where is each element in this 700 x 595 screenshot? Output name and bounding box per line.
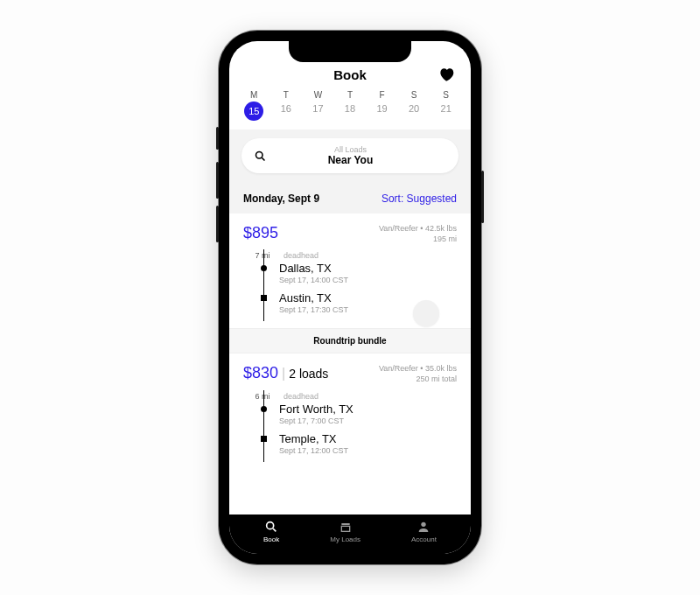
load-list[interactable]: $895 Van/Reefer • 42.5k lbs 195 mi 7 mi … <box>229 214 471 514</box>
load-price: $895 <box>243 224 278 242</box>
deadhead-row: 6 mi deadhead <box>248 392 457 401</box>
side-button <box>216 206 219 242</box>
deadhead-label: deadhead <box>284 251 318 260</box>
route-stop: Dallas, TX Sept 17, 14:00 CST <box>261 262 457 284</box>
day-number: 20 <box>403 103 424 114</box>
deadhead-distance: 7 mi <box>248 251 276 260</box>
day-number: 16 <box>276 103 297 114</box>
calendar-day[interactable]: S21 <box>436 90 457 121</box>
search-icon <box>254 150 267 163</box>
route: Fort Worth, TX Sept 17, 7:00 CST Temple,… <box>261 402 457 455</box>
calendar-day[interactable]: T18 <box>340 90 360 121</box>
stop-marker-icon <box>261 265 267 271</box>
side-button <box>216 162 219 199</box>
calendar-day[interactable]: S20 <box>403 90 424 121</box>
load-price-group: $830|2 loads <box>243 364 328 382</box>
stop-time: Sept 17, 12:00 CST <box>279 446 348 455</box>
search-main: Near You <box>276 154 425 166</box>
stop-marker-icon <box>261 295 267 301</box>
svg-point-2 <box>267 522 274 529</box>
svg-rect-5 <box>341 526 349 531</box>
day-number: 15 <box>244 102 263 121</box>
day-letter: T <box>340 90 360 100</box>
stop-city: Temple, TX <box>279 432 348 445</box>
search-icon <box>264 520 278 534</box>
route-stop: Temple, TX Sept 17, 12:00 CST <box>261 432 457 455</box>
box-icon <box>339 520 353 534</box>
day-letter: F <box>372 90 393 100</box>
deadhead-row: 7 mi deadhead <box>248 251 457 260</box>
stop-time: Sept 17, 14:00 CST <box>279 276 348 284</box>
stop-city: Austin, TX <box>279 291 348 304</box>
load-meta: Van/Reefer • 35.0k lbs 250 mi total <box>379 364 457 384</box>
favorites-icon[interactable] <box>438 66 455 83</box>
svg-line-3 <box>273 528 276 531</box>
day-number: 19 <box>372 103 393 114</box>
bundle-header: Roundtrip bundle <box>229 328 471 354</box>
calendar-day[interactable]: M15 <box>243 90 264 121</box>
stop-city: Dallas, TX <box>279 262 348 275</box>
tab-label: Book <box>263 536 279 543</box>
side-button <box>481 171 484 223</box>
day-letter: W <box>307 90 328 100</box>
day-number: 18 <box>340 103 360 114</box>
tab-book[interactable]: Book <box>263 520 279 543</box>
tab-label: Account <box>411 536 437 543</box>
svg-point-6 <box>422 522 426 527</box>
calendar-day[interactable]: W17 <box>307 90 328 121</box>
load-card[interactable]: $895 Van/Reefer • 42.5k lbs 195 mi 7 mi … <box>229 214 471 328</box>
route-stop: Fort Worth, TX Sept 17, 7:00 CST <box>261 402 457 425</box>
svg-rect-4 <box>341 523 349 525</box>
deadhead-distance: 6 mi <box>248 392 276 401</box>
day-letter: S <box>436 90 457 100</box>
stop-marker-icon <box>261 436 267 442</box>
day-number: 21 <box>436 103 457 114</box>
day-letter: T <box>276 90 297 100</box>
tab-label: My Loads <box>330 536 360 543</box>
screen: Book M15T16W17T18F19S20S21 All Loads Nea… <box>229 41 471 554</box>
search-text: All Loads Near You <box>276 145 425 166</box>
day-number: 17 <box>307 103 328 114</box>
load-meta: Van/Reefer • 42.5k lbs 195 mi <box>379 224 457 244</box>
svg-point-0 <box>256 151 263 158</box>
tab-account[interactable]: Account <box>411 520 437 543</box>
calendar-strip: M15T16W17T18F19S20S21 <box>229 83 471 130</box>
page-title: Book <box>333 67 367 82</box>
load-card[interactable]: $830|2 loads Van/Reefer • 35.0k lbs 250 … <box>229 354 471 468</box>
action-circle[interactable] <box>413 300 439 326</box>
date-sort-row: Monday, Sept 9 Sort: Suggested <box>229 184 471 214</box>
day-letter: S <box>403 90 424 100</box>
phone-frame: Book M15T16W17T18F19S20S21 All Loads Nea… <box>219 31 481 564</box>
deadhead-label: deadhead <box>284 392 318 401</box>
sort-button[interactable]: Sort: Suggested <box>382 192 457 205</box>
date-label: Monday, Sept 9 <box>243 192 319 205</box>
svg-line-1 <box>262 158 264 160</box>
search-bar[interactable]: All Loads Near You <box>242 138 458 173</box>
notch <box>289 41 411 62</box>
stop-time: Sept 17, 17:30 CST <box>279 305 348 314</box>
stop-city: Fort Worth, TX <box>279 402 354 416</box>
calendar-day[interactable]: F19 <box>372 90 393 121</box>
person-icon <box>416 520 430 534</box>
calendar-day[interactable]: T16 <box>276 90 297 121</box>
stop-time: Sept 17, 7:00 CST <box>279 416 354 425</box>
search-section: All Loads Near You <box>229 130 471 184</box>
day-letter: M <box>243 90 264 100</box>
stop-marker-icon <box>261 406 267 412</box>
search-subtitle: All Loads <box>276 145 425 154</box>
tab-bar: BookMy LoadsAccount <box>229 514 471 554</box>
tab-myloads[interactable]: My Loads <box>330 520 360 543</box>
side-button <box>216 127 219 150</box>
